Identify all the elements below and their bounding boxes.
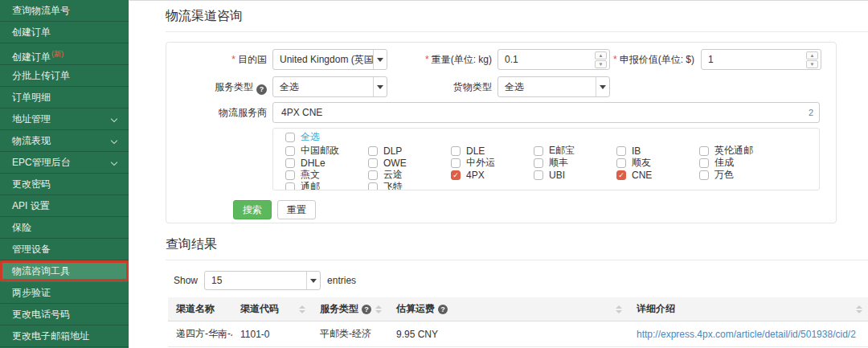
sidebar-item[interactable]: 更改电话号码	[0, 304, 129, 325]
service-type-select[interactable]: 全选	[272, 76, 387, 97]
entries-select[interactable]: 15	[204, 271, 321, 290]
show-label: Show	[174, 275, 198, 286]
provider-checkbox[interactable]: DHLe	[285, 157, 368, 169]
caret-down-icon	[306, 272, 320, 289]
search-button[interactable]: 搜索	[233, 200, 272, 219]
provider-checkbox[interactable]: 4PX	[451, 169, 534, 181]
checkbox-icon	[368, 158, 378, 168]
help-icon[interactable]: ?	[256, 84, 267, 95]
destination-select[interactable]: United Kingdom (英国)	[272, 49, 387, 70]
sidebar-item-label: 创建订单	[12, 51, 51, 63]
sidebar-item[interactable]: 查询物流单号	[0, 0, 129, 22]
sidebar-item[interactable]: 创建订单(新)	[0, 43, 129, 65]
sidebar-item[interactable]: 物流表现	[0, 130, 129, 152]
sidebar-item[interactable]: API 设置	[0, 195, 129, 217]
sidebar-item-label: 创建订单	[12, 27, 51, 38]
column-header-label: 估算运费	[396, 302, 435, 316]
reset-button[interactable]: 重置	[277, 200, 316, 219]
provider-checkbox-label: DLP	[383, 145, 402, 157]
column-header-label: 服务类型	[320, 302, 358, 316]
provider-checkbox[interactable]: 佳成	[699, 157, 782, 169]
sidebar-item[interactable]: EPC管理后台	[0, 152, 129, 174]
weight-label: *重量(单位: kg)	[375, 49, 492, 70]
provider-checkbox[interactable]: IB	[616, 145, 699, 157]
checkbox-icon	[534, 146, 543, 156]
checkbox-icon	[616, 170, 626, 180]
select-all-checkbox[interactable]: 全选	[285, 131, 819, 143]
results-header-row: 渠道名称 渠道代码 服务类型 ?	[168, 297, 868, 321]
sidebar-item-label: 更改电话号码	[12, 309, 70, 320]
column-header[interactable]: 渠道代码	[232, 297, 312, 321]
sort-icon[interactable]	[616, 305, 622, 313]
sidebar-item[interactable]: 管理设备	[0, 239, 129, 260]
provider-checkbox[interactable]: DLP	[368, 145, 451, 157]
provider-checkbox[interactable]: 中国邮政	[285, 145, 368, 157]
sidebar-item-label: 查询物流单号	[12, 5, 70, 16]
provider-checkbox[interactable]: 云途	[368, 169, 451, 181]
provider-checkbox-label: 飞特	[383, 180, 403, 190]
checkbox-icon	[616, 158, 626, 168]
service-type-cell: 平邮类-经济	[312, 321, 388, 347]
column-header-label: 详细介绍	[637, 302, 675, 316]
results-title: 查询结果	[166, 236, 868, 253]
sidebar-item[interactable]: 更改密码	[0, 174, 129, 195]
sidebar-item[interactable]: 更改电子邮箱地址	[0, 325, 129, 347]
provider-checkbox[interactable]: DLE	[451, 145, 534, 157]
sort-icon[interactable]	[299, 305, 305, 313]
provider-checkbox[interactable]: 万色	[699, 169, 782, 181]
sidebar-item-label: 两步验证	[12, 287, 51, 298]
sidebar-item-label: 物流咨询工具	[12, 265, 70, 276]
sidebar-item[interactable]: 分批上传订单	[0, 65, 129, 87]
chevron-down-icon	[111, 137, 117, 144]
column-header[interactable]: 渠道名称	[168, 297, 232, 321]
provider-checkbox[interactable]: 飞特	[368, 181, 451, 190]
query-form-panel: *目的国 United Kingdom (英国) *重量(单位: kg) 0.1…	[166, 42, 837, 223]
column-header[interactable]: 详细介绍	[628, 297, 868, 321]
destination-value: United Kingdom (英国)	[273, 53, 373, 67]
entries-label: entries	[327, 275, 356, 286]
provider-checkbox[interactable]: 燕文	[285, 169, 368, 181]
form-buttons: 搜索 重置	[233, 200, 316, 219]
declared-value-input[interactable]: 1 ▲▼	[701, 49, 821, 70]
sidebar-item[interactable]: 保险	[0, 217, 129, 239]
sort-icon[interactable]	[856, 305, 862, 313]
sidebar-item[interactable]: 订单明细	[0, 87, 129, 108]
chevron-down-icon	[111, 116, 117, 122]
provider-checkbox[interactable]: 通邮	[285, 181, 368, 190]
provider-grid: 中国邮政 DLP DLE E邮宝 IB	[285, 145, 819, 190]
checkbox-icon	[534, 158, 543, 168]
provider-checkbox[interactable]: 英伦通邮	[699, 145, 782, 157]
sort-icon[interactable]	[375, 305, 382, 313]
column-header[interactable]: 估算运费 ?	[388, 297, 628, 321]
column-header[interactable]: 服务类型 ?	[312, 297, 388, 321]
cargo-type-label: 货物类型	[375, 76, 492, 97]
checkbox-icon	[534, 170, 543, 180]
provider-checkbox-label: 顺友	[632, 156, 651, 170]
detail-link[interactable]: http://express.4px.com/article/detail/id…	[637, 329, 856, 340]
provider-checkbox-label: 中外运	[466, 156, 495, 170]
sidebar-item-label: 更改电子邮箱地址	[12, 330, 89, 342]
sidebar-item[interactable]: 地址管理	[0, 108, 129, 130]
help-icon[interactable]: ?	[438, 305, 448, 314]
provider-checkbox[interactable]: 中外运	[451, 157, 534, 169]
checkbox-icon	[368, 146, 378, 156]
sidebar-item[interactable]: 物流咨询工具	[0, 260, 129, 282]
page-title: 物流渠道咨询	[166, 8, 868, 25]
checkbox-icon	[616, 146, 626, 156]
declared-value-label: *申报价值(单位: $)	[584, 49, 694, 70]
provider-checkbox[interactable]: CNE	[616, 169, 699, 181]
provider-input[interactable]: 4PX CNE 2	[272, 102, 820, 123]
provider-checkbox-label: IB	[632, 145, 641, 157]
provider-checkbox[interactable]: 顺友	[616, 157, 699, 169]
cargo-type-select[interactable]: 全选	[497, 76, 610, 97]
help-icon[interactable]: ?	[362, 305, 371, 314]
provider-checkbox[interactable]: 顺丰	[534, 157, 616, 169]
provider-checkbox[interactable]: UBI	[534, 169, 616, 181]
service-type-label: 服务类型?	[166, 76, 267, 97]
sidebar-item[interactable]: 创建订单	[0, 22, 129, 43]
provider-checkbox-label: 4PX	[466, 170, 485, 181]
provider-checkbox[interactable]: OWE	[368, 157, 451, 169]
sidebar-item[interactable]: 两步验证	[0, 282, 129, 304]
provider-checkbox[interactable]: E邮宝	[534, 145, 616, 157]
spinner-icon[interactable]: ▲▼	[806, 51, 818, 69]
